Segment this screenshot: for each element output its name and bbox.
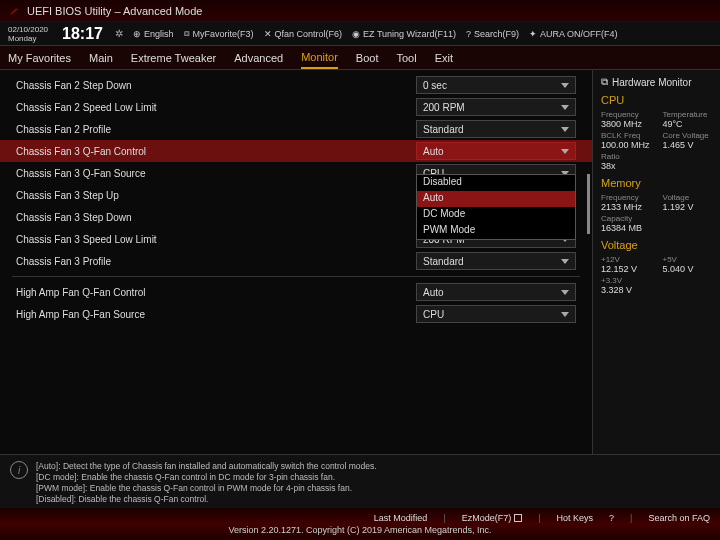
tab-bar: My FavoritesMainExtreme TweakerAdvancedM… [0, 46, 720, 70]
setting-select[interactable]: Auto [416, 142, 576, 160]
question-icon: ? [609, 513, 614, 523]
tab-advanced[interactable]: Advanced [234, 48, 283, 68]
hardware-monitor-panel: ⧉Hardware Monitor CPU Frequency3800 MHzT… [592, 70, 720, 454]
memory-section: Memory [601, 177, 712, 189]
setting-row: Chassis Fan 2 Speed Low Limit200 RPM [0, 96, 592, 118]
scrollbar-thumb[interactable] [587, 174, 590, 234]
setting-label: Chassis Fan 3 Q-Fan Source [16, 168, 416, 179]
setting-select[interactable]: 0 sec [416, 76, 576, 94]
tab-tool[interactable]: Tool [396, 48, 416, 68]
setting-row: Chassis Fan 2 Step Down0 sec [0, 74, 592, 96]
title-bar: ⟋ UEFI BIOS Utility – Advanced Mode [0, 0, 720, 22]
version-text: Version 2.20.1271. Copyright (C) 2019 Am… [10, 525, 710, 535]
dropdown-option[interactable]: PWM Mode [417, 223, 575, 239]
chevron-down-icon [561, 312, 569, 317]
divider [12, 276, 580, 277]
cpu-section: CPU [601, 94, 712, 106]
tab-monitor[interactable]: Monitor [301, 47, 338, 69]
setting-row: High Amp Fan Q-Fan SourceCPU [0, 303, 592, 325]
exit-icon [514, 514, 522, 522]
language-button[interactable]: ⊕English [133, 29, 174, 39]
help-text: [Auto]: Detect the type of Chassis fan i… [36, 461, 377, 502]
monitor-icon: ⧉ [601, 76, 608, 88]
setting-value: 0 sec [423, 80, 447, 91]
tab-my-favorites[interactable]: My Favorites [8, 48, 71, 68]
setting-value: Standard [423, 256, 464, 267]
setting-select[interactable]: Standard [416, 120, 576, 138]
ez-tuning-button[interactable]: ◉EZ Tuning Wizard(F11) [352, 29, 456, 39]
fan-icon: ✕ [264, 29, 272, 39]
setting-label: Chassis Fan 3 Q-Fan Control [16, 146, 416, 157]
setting-label: Chassis Fan 2 Profile [16, 124, 416, 135]
setting-label: High Amp Fan Q-Fan Control [16, 287, 416, 298]
setting-select[interactable]: CPU [416, 305, 576, 323]
tab-boot[interactable]: Boot [356, 48, 379, 68]
chevron-down-icon [561, 149, 569, 154]
search-icon: ? [466, 29, 471, 39]
chevron-down-icon [561, 83, 569, 88]
hotkeys-button[interactable]: Hot Keys [557, 513, 594, 523]
info-icon: i [10, 461, 28, 479]
setting-value: Auto [423, 146, 444, 157]
tab-exit[interactable]: Exit [435, 48, 453, 68]
dropdown-option[interactable]: Disabled [417, 175, 575, 191]
star-icon: ⧈ [184, 28, 190, 39]
app-title: UEFI BIOS Utility – Advanced Mode [27, 5, 202, 17]
globe-icon: ⊕ [133, 29, 141, 39]
clock: 18:17 [62, 25, 103, 43]
setting-label: Chassis Fan 3 Step Down [16, 212, 416, 223]
search-button[interactable]: ?Search(F9) [466, 29, 519, 39]
setting-label: Chassis Fan 3 Step Up [16, 190, 416, 201]
setting-row: Chassis Fan 3 Q-Fan ControlAuto [0, 140, 592, 162]
dropdown-option[interactable]: Auto [417, 191, 575, 207]
voltage-section: Voltage [601, 239, 712, 251]
dropdown-menu: DisabledAutoDC ModePWM Mode [416, 174, 576, 240]
chevron-down-icon [561, 290, 569, 295]
aura-icon: ✦ [529, 29, 537, 39]
header-bar: 02/10/2020Monday 18:17 ✲ ⊕English ⧈MyFav… [0, 22, 720, 46]
hw-monitor-title: ⧉Hardware Monitor [601, 76, 712, 88]
datetime: 02/10/2020Monday [8, 25, 48, 43]
aura-button[interactable]: ✦AURA ON/OFF(F4) [529, 29, 618, 39]
setting-select[interactable]: Standard [416, 252, 576, 270]
setting-value: Standard [423, 124, 464, 135]
setting-value: Auto [423, 287, 444, 298]
tab-main[interactable]: Main [89, 48, 113, 68]
rog-logo: ⟋ [8, 5, 19, 17]
setting-row: Chassis Fan 2 ProfileStandard [0, 118, 592, 140]
chevron-down-icon [561, 105, 569, 110]
help-panel: i [Auto]: Detect the type of Chassis fan… [0, 454, 720, 508]
settings-panel: Chassis Fan 2 Step Down0 secChassis Fan … [0, 70, 592, 454]
setting-select[interactable]: 200 RPM [416, 98, 576, 116]
wizard-icon: ◉ [352, 29, 360, 39]
setting-row: High Amp Fan Q-Fan ControlAuto [0, 281, 592, 303]
setting-label: High Amp Fan Q-Fan Source [16, 309, 416, 320]
tab-extreme-tweaker[interactable]: Extreme Tweaker [131, 48, 216, 68]
ezmode-button[interactable]: EzMode(F7) [462, 513, 523, 523]
gear-icon[interactable]: ✲ [115, 28, 123, 39]
chevron-down-icon [561, 259, 569, 264]
setting-value: CPU [423, 309, 444, 320]
search-faq-button[interactable]: Search on FAQ [648, 513, 710, 523]
chevron-down-icon [561, 127, 569, 132]
footer-bar: Last Modified| EzMode(F7)| Hot Keys?| Se… [0, 508, 720, 540]
setting-label: Chassis Fan 2 Step Down [16, 80, 416, 91]
setting-label: Chassis Fan 3 Speed Low Limit [16, 234, 416, 245]
setting-label: Chassis Fan 2 Speed Low Limit [16, 102, 416, 113]
setting-row: Chassis Fan 3 ProfileStandard [0, 250, 592, 272]
last-modified-button[interactable]: Last Modified [374, 513, 428, 523]
qfan-button[interactable]: ✕Qfan Control(F6) [264, 29, 343, 39]
setting-value: 200 RPM [423, 102, 465, 113]
dropdown-option[interactable]: DC Mode [417, 207, 575, 223]
setting-select[interactable]: Auto [416, 283, 576, 301]
myfavorite-button[interactable]: ⧈MyFavorite(F3) [184, 28, 254, 39]
setting-label: Chassis Fan 3 Profile [16, 256, 416, 267]
